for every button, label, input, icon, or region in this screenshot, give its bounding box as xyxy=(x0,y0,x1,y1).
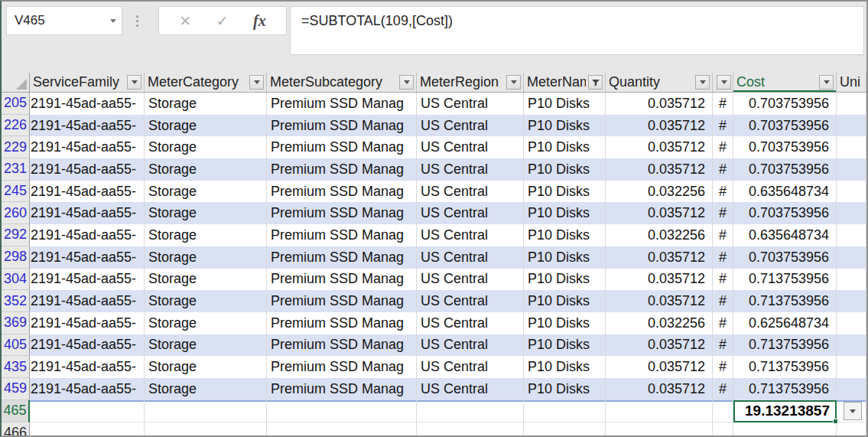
row-number[interactable]: 245 xyxy=(2,181,30,203)
cell-unit[interactable] xyxy=(837,224,866,246)
cell-cost[interactable]: 0.635648734 xyxy=(733,224,837,246)
cell-quantity[interactable]: 0.035712 xyxy=(606,93,713,115)
column-header-metercategory[interactable]: MeterCategory xyxy=(145,73,267,92)
cell-quantity[interactable]: 0.035712 xyxy=(606,290,713,312)
cell-cost[interactable]: 0.703753956 xyxy=(733,136,837,158)
cell-meterregion[interactable]: US Central xyxy=(417,181,524,203)
cell-metercategory[interactable]: Storage xyxy=(145,202,267,224)
cell-metername[interactable]: P10 Disks xyxy=(524,378,606,400)
cell-overflow[interactable]: # xyxy=(713,269,733,291)
column-header-meterregion[interactable]: MeterRegion xyxy=(417,73,524,92)
filter-dropdown-icon[interactable] xyxy=(819,75,834,90)
insert-function-icon[interactable]: fx xyxy=(253,12,266,30)
cell-servicefamily[interactable]: 2191-45ad-aa55- xyxy=(30,290,145,312)
row-number[interactable]: 229 xyxy=(2,136,30,158)
cell-overflow[interactable]: # xyxy=(713,378,733,400)
cell-servicefamily[interactable]: 2191-45ad-aa55- xyxy=(30,115,145,137)
cell-cost[interactable]: 0.635648734 xyxy=(733,181,837,203)
cell-metername[interactable]: P10 Disks xyxy=(524,158,606,181)
cell-overflow[interactable]: # xyxy=(713,158,733,181)
column-header-quantity[interactable]: Quantity xyxy=(606,73,713,92)
cell-metercategory[interactable]: Storage xyxy=(145,312,267,334)
column-header-unit[interactable]: Uni xyxy=(837,73,866,92)
cell-unit[interactable] xyxy=(837,181,866,203)
column-header-cost[interactable]: Cost xyxy=(733,73,837,92)
cell-empty[interactable] xyxy=(145,422,267,435)
cell-metersubcategory[interactable]: Premium SSD Manag xyxy=(267,246,417,269)
cell-meterregion[interactable]: US Central xyxy=(417,93,524,115)
cell-overflow[interactable]: # xyxy=(713,224,733,246)
cell-metercategory[interactable]: Storage xyxy=(145,136,267,158)
row-number[interactable]: 435 xyxy=(2,356,30,378)
cell-servicefamily[interactable]: 2191-45ad-aa55- xyxy=(30,334,145,357)
cell-metersubcategory[interactable]: Premium SSD Manag xyxy=(267,202,417,224)
cell-servicefamily[interactable]: 2191-45ad-aa55- xyxy=(30,93,145,115)
cell-meterregion[interactable]: US Central xyxy=(417,115,524,137)
cell-metercategory[interactable]: Storage xyxy=(145,115,267,137)
cell-empty[interactable] xyxy=(524,400,606,422)
cell-empty[interactable] xyxy=(30,422,145,435)
cell-metercategory[interactable]: Storage xyxy=(145,334,267,357)
cell-metername[interactable]: P10 Disks xyxy=(524,93,606,115)
cell-overflow[interactable]: # xyxy=(713,290,733,312)
formula-bar-input[interactable]: =SUBTOTAL(109,[Cost]) xyxy=(290,6,864,55)
cell-quantity[interactable]: 0.035712 xyxy=(606,136,713,158)
cell-metername[interactable]: P10 Disks xyxy=(524,269,606,291)
cell-servicefamily[interactable]: 2191-45ad-aa55- xyxy=(30,246,145,269)
cell-metersubcategory[interactable]: Premium SSD Manag xyxy=(267,312,417,334)
cell-quantity[interactable]: 0.035712 xyxy=(606,202,713,224)
cell-unit[interactable] xyxy=(837,202,866,224)
cell-servicefamily[interactable]: 2191-45ad-aa55- xyxy=(30,202,145,224)
cell-metername[interactable]: P10 Disks xyxy=(524,356,606,378)
cell-quantity[interactable]: 0.035712 xyxy=(606,269,713,291)
cell-servicefamily[interactable]: 2191-45ad-aa55- xyxy=(30,378,145,400)
cell-meterregion[interactable]: US Central xyxy=(417,334,524,357)
cell-quantity[interactable]: 0.032256 xyxy=(606,312,713,334)
row-number[interactable]: 205 xyxy=(2,93,30,115)
cell-quantity[interactable]: 0.035712 xyxy=(606,115,713,137)
cell-meterregion[interactable]: US Central xyxy=(417,269,524,291)
column-header-narrow[interactable] xyxy=(713,73,733,92)
cell-metername[interactable]: P10 Disks xyxy=(524,136,606,158)
cell-cost[interactable]: 0.713753956 xyxy=(733,334,837,357)
row-number[interactable]: 466 xyxy=(2,422,30,435)
cell-unit[interactable] xyxy=(837,246,866,269)
row-number[interactable]: 260 xyxy=(2,202,30,224)
cell-unit[interactable] xyxy=(837,400,866,422)
cell-servicefamily[interactable]: 2191-45ad-aa55- xyxy=(30,356,145,378)
cell-metercategory[interactable]: Storage xyxy=(145,93,267,115)
cell-overflow[interactable]: # xyxy=(713,181,733,203)
cell-metercategory[interactable]: Storage xyxy=(145,246,267,269)
cell-cost[interactable]: 0.713753956 xyxy=(733,290,837,312)
cell-unit[interactable] xyxy=(837,356,866,378)
cell-quantity[interactable]: 0.035712 xyxy=(606,246,713,269)
cell-cost[interactable]: 0.703753956 xyxy=(733,115,837,137)
cell-overflow[interactable]: # xyxy=(713,334,733,357)
cell-unit[interactable] xyxy=(837,136,866,158)
cell-metersubcategory[interactable]: Premium SSD Manag xyxy=(267,378,417,400)
cell-unit[interactable] xyxy=(837,290,866,312)
cell-meterregion[interactable]: US Central xyxy=(417,246,524,269)
cell-quantity[interactable]: 0.035712 xyxy=(606,378,713,400)
cell-unit[interactable] xyxy=(837,334,866,357)
cell-metersubcategory[interactable]: Premium SSD Manag xyxy=(267,269,417,291)
cell-unit[interactable] xyxy=(837,378,866,400)
name-box-value[interactable]: V465 xyxy=(7,13,105,28)
total-row-dropdown-icon[interactable] xyxy=(844,402,862,420)
cell-meterregion[interactable]: US Central xyxy=(417,312,524,334)
cell-cost[interactable]: 0.703753956 xyxy=(733,202,837,224)
cell-cost[interactable]: 0.703753956 xyxy=(733,246,837,269)
cell-empty[interactable] xyxy=(417,400,524,422)
column-header-metersubcategory[interactable]: MeterSubcategory xyxy=(267,73,417,92)
row-number[interactable]: 304 xyxy=(2,269,30,291)
cell-metersubcategory[interactable]: Premium SSD Manag xyxy=(267,93,417,115)
cell-overflow[interactable]: # xyxy=(713,115,733,137)
row-number[interactable]: 226 xyxy=(2,115,30,137)
cell-empty[interactable] xyxy=(267,400,417,422)
row-number[interactable]: 369 xyxy=(2,312,30,334)
cell-metersubcategory[interactable]: Premium SSD Manag xyxy=(267,290,417,312)
cell-metercategory[interactable]: Storage xyxy=(145,158,267,181)
cell-meterregion[interactable]: US Central xyxy=(417,356,524,378)
cell-cost[interactable]: 0.703753956 xyxy=(733,93,837,115)
cell-metername[interactable]: P10 Disks xyxy=(524,181,606,203)
